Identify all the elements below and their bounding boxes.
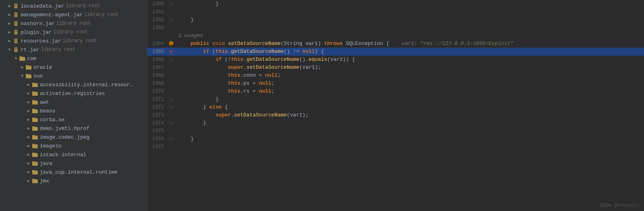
label-demo-jvmti: demo.jvmti.hprof bbox=[40, 126, 89, 132]
label-java: java bbox=[40, 161, 52, 166]
gutter bbox=[167, 32, 175, 40]
code-line-content: } bbox=[175, 119, 644, 127]
fold-icon[interactable]: ⬡ bbox=[169, 137, 173, 141]
bookmark-icon[interactable]: ♦ bbox=[169, 48, 173, 55]
breakpoint-icon[interactable]: ❶ bbox=[169, 41, 174, 46]
line-number: 1364 bbox=[147, 40, 167, 48]
arrow-icon-awt: ▶ bbox=[25, 100, 32, 105]
code-line-1375: 1375 bbox=[147, 127, 644, 135]
line-number: 1375 bbox=[147, 127, 167, 135]
fold-icon[interactable]: ⬡ bbox=[169, 2, 173, 6]
line-number: 1376 bbox=[147, 135, 167, 143]
arrow-icon-oracle: ▶ bbox=[19, 65, 25, 70]
line-number: 1365 bbox=[147, 48, 167, 56]
code-line-content: this.conn = null; bbox=[175, 72, 644, 79]
svg-rect-2 bbox=[15, 5, 17, 6]
sidebar-item-resources[interactable]: ▶resources.jarlibrary root bbox=[0, 37, 147, 45]
line-num bbox=[147, 32, 167, 40]
fold-icon[interactable]: ⬡ bbox=[169, 105, 173, 110]
fold-icon[interactable]: ⬡ bbox=[169, 57, 173, 62]
svg-rect-4 bbox=[15, 13, 17, 14]
sidebar-item-jmx[interactable]: ▶jmx bbox=[0, 176, 147, 185]
svg-rect-8 bbox=[15, 23, 17, 23]
line-number: 1368 bbox=[147, 72, 167, 79]
arrow-icon-jmx: ▶ bbox=[25, 178, 32, 183]
arrow-icon-accessibility: ▶ bbox=[25, 82, 32, 87]
code-editor: 1360⬡ }13611362⬡ }1363 2 usages 1364❶ pu… bbox=[147, 0, 644, 211]
sidebar-item-rt[interactable]: ▼rt.jarlibrary root bbox=[0, 45, 147, 54]
sidebar-item-sun[interactable]: ▼sun bbox=[0, 72, 147, 80]
folder-icon-activation-registries bbox=[32, 91, 38, 96]
code-line-content bbox=[175, 127, 644, 135]
gutter-col bbox=[167, 87, 175, 95]
fold-icon[interactable]: ⬡ bbox=[169, 97, 173, 102]
code-line-1373: 1373 super.setDataSourceName(var1); bbox=[147, 111, 644, 119]
sidebar-item-corba-se[interactable]: ▶corba.se bbox=[0, 115, 147, 124]
code-line-1362: 1362⬡ } bbox=[147, 16, 644, 24]
sidebar-item-plugin[interactable]: ▶plugin.jarlibrary root bbox=[0, 28, 147, 37]
sidebar-item-com[interactable]: ▼com bbox=[0, 54, 147, 63]
svg-rect-1 bbox=[15, 4, 17, 5]
svg-rect-13 bbox=[15, 39, 17, 40]
sidebar-item-java-cup[interactable]: ▶java_cup.internal.runtime bbox=[0, 168, 147, 176]
code-line-content: this.ps = null; bbox=[175, 79, 644, 87]
svg-rect-3 bbox=[14, 12, 18, 17]
arrow-icon-beans: ▶ bbox=[25, 108, 32, 113]
code-line-content: } bbox=[175, 16, 644, 24]
code-line-1374: 1374⬡ } bbox=[147, 119, 644, 127]
jar-icon-management-agent bbox=[13, 12, 19, 17]
gutter-col: ⬡ bbox=[167, 0, 175, 8]
svg-rect-9 bbox=[14, 30, 18, 35]
label-nashorn: nashorn.jar bbox=[21, 21, 55, 27]
svg-rect-0 bbox=[14, 4, 18, 8]
sidebar-item-management-agent[interactable]: ▶management-agent.jarlibrary root bbox=[0, 10, 147, 19]
fold-icon[interactable]: ⬡ bbox=[169, 17, 173, 22]
code-line-1361: 1361 bbox=[147, 8, 644, 16]
sidebar-item-activation-registries[interactable]: ▶activation.registries bbox=[0, 89, 147, 98]
code-line-content: super.setDataSourceName(var1); bbox=[175, 64, 644, 72]
sidebar-item-image-codec[interactable]: ▶image.codec.jpeg bbox=[0, 133, 147, 141]
sidebar-item-istack-internal[interactable]: ▶istack.internal bbox=[0, 150, 147, 159]
label-accessibility: accessibility.internal.resour… bbox=[40, 82, 133, 88]
folder-icon-sun bbox=[25, 73, 32, 79]
sidebar-item-nashorn[interactable]: ▶nashorn.jarlibrary root bbox=[0, 19, 147, 28]
label-plugin: plugin.jar bbox=[21, 29, 52, 35]
line-number: 1370 bbox=[147, 87, 167, 95]
jar-icon-resources bbox=[13, 38, 19, 44]
fold-icon[interactable]: ⬡ bbox=[169, 121, 173, 126]
usages-row: 2 usages bbox=[147, 32, 644, 40]
code-line-content: this.rs = null; bbox=[175, 87, 644, 95]
sidebar-item-imageio[interactable]: ▶imageio bbox=[0, 141, 147, 150]
line-number: 1366 bbox=[147, 56, 167, 64]
svg-rect-5 bbox=[15, 14, 17, 14]
sidebar-item-localedata[interactable]: ▶localedata.jarlibrary root bbox=[0, 2, 147, 10]
svg-rect-15 bbox=[14, 47, 18, 52]
sidebar-item-awt[interactable]: ▶awt bbox=[0, 98, 147, 106]
file-tree-sidebar[interactable]: ▶localedata.jarlibrary root▶management-a… bbox=[0, 0, 147, 211]
sidebar-item-java[interactable]: ▶java bbox=[0, 159, 147, 168]
svg-rect-11 bbox=[15, 31, 17, 32]
sidebar-item-accessibility[interactable]: ▶accessibility.internal.resour… bbox=[0, 80, 147, 89]
arrow-icon-sun: ▼ bbox=[19, 74, 25, 78]
sidebar-item-oracle[interactable]: ▶oracle bbox=[0, 63, 147, 72]
label-rt: rt.jar bbox=[21, 47, 39, 53]
label-corba-se: corba.se bbox=[40, 117, 64, 123]
sidebar-item-beans[interactable]: ▶beans bbox=[0, 106, 147, 115]
line-number: 1369 bbox=[147, 79, 167, 87]
sidebar-item-demo-jvmti[interactable]: ▶demo.jvmti.hprof bbox=[0, 124, 147, 133]
gutter-col: ⬡ bbox=[167, 119, 175, 127]
code-line-1368: 1368 this.conn = null; bbox=[147, 72, 644, 79]
folder-icon-oracle bbox=[25, 64, 32, 70]
gutter-col bbox=[167, 127, 175, 135]
gutter-col: ⬡ bbox=[167, 103, 175, 111]
arrow-icon-imageio: ▶ bbox=[25, 143, 32, 148]
label-java-cup: java_cup.internal.runtime bbox=[40, 169, 117, 175]
code-line-content: } bbox=[175, 0, 644, 8]
gutter-col: ⬡ bbox=[167, 95, 175, 103]
folder-icon-corba-se bbox=[32, 117, 38, 122]
label-activation-registries: activation.registries bbox=[40, 91, 105, 97]
label-com: com bbox=[27, 56, 36, 62]
code-line-1366: 1366⬡ if (!this.getDataSourceName().equa… bbox=[147, 56, 644, 64]
line-number: 1361 bbox=[147, 8, 167, 16]
code-line-1369: 1369 this.ps = null; bbox=[147, 79, 644, 87]
